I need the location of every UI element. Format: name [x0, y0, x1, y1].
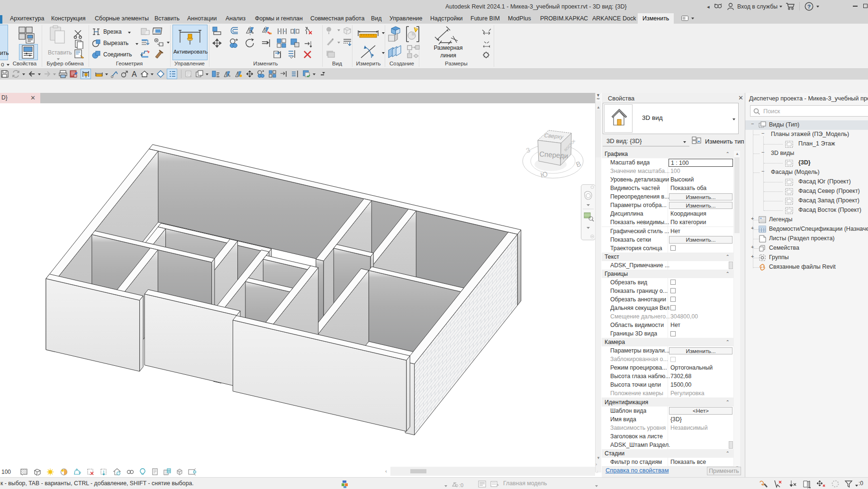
svg-text:A: A — [132, 70, 137, 78]
svg-text:?: ? — [807, 4, 811, 9]
svg-text::0: :0 — [459, 482, 463, 488]
svg-text:Ю: Ю — [540, 170, 548, 179]
